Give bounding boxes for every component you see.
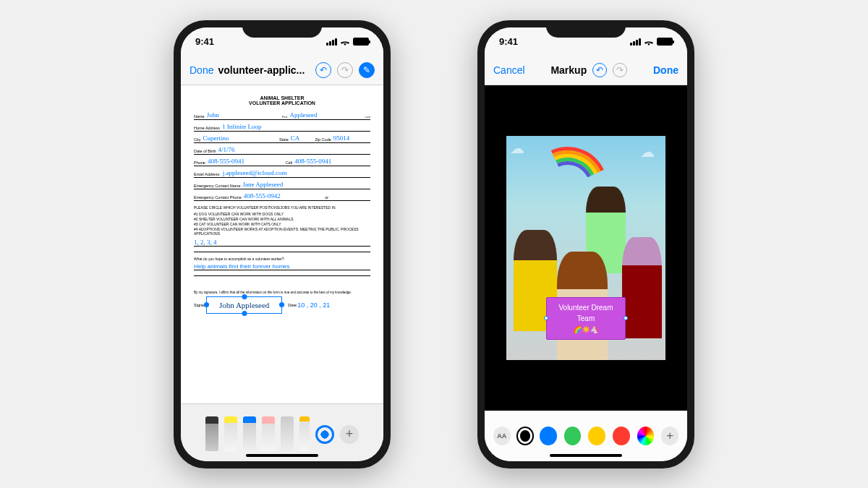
name-row: Name John First Appleseed Last [194,111,370,120]
opt4: #4 ADOPTIONS VOLUNTEER WORKS AT ADOPTION… [194,227,370,236]
document-title: volunteer-applic... [218,64,305,76]
add-button[interactable]: + [340,425,359,444]
status-icons [630,38,673,46]
cancel-button[interactable]: Cancel [493,64,525,76]
markup-mode-icon[interactable]: ✎ [359,62,375,78]
screen-photo-markup: 9:41 Cancel Markup ↶ ↷ Done [485,27,687,461]
phone-row: Phone 408-555-0941 Cell 408-555-0941 [194,158,370,166]
home-indicator[interactable] [246,454,318,457]
markup-title: Markup [550,64,587,76]
caption-line1: Volunteer Dream Team [557,302,615,324]
wifi-icon [340,38,350,46]
opt1: #1 DOG VOLUNTEER CAN WORK WITH DOGS ONLY [194,212,370,216]
done-button[interactable]: Done [653,64,678,76]
email-row: Email Address: j.appleseed@icloud.com [194,169,370,178]
choices-value: 1, 2, 3, 4 [194,239,370,247]
person [622,237,662,338]
text-annotation[interactable]: Volunteer Dream Team 🌈☀️🦄 [546,297,626,340]
emerg-phone-row: Emergency Contact Phone 408-555-0942 or [194,192,370,201]
city-row: City Cupertino State CA Zip Code 95014 [194,134,370,143]
caption-line2: 🌈☀️🦄 [557,324,615,335]
color-red[interactable] [613,427,630,445]
home-indicator[interactable] [550,454,622,457]
notch [242,20,322,38]
undo-icon[interactable]: ↶ [315,62,331,78]
signature-row: Signed John Appleseed Date: 10 , 20 , 21 [194,296,370,314]
phone-right: 9:41 Cancel Markup ↶ ↷ Done [477,20,694,468]
opt3: #3 CAT VOLUNTEER CAN WORK WITH CATS ONLY [194,222,370,226]
add-button[interactable]: + [661,427,678,445]
accomplish-a: Help animals find their forever homes [194,263,370,270]
affirm-text: By my signature, I affirm that all the i… [194,291,370,294]
pencil-tool[interactable] [243,416,256,451]
nav-bar: Cancel Markup ↶ ↷ Done [485,56,687,85]
opt2: #2 SHELTER VOLUNTEER CAN WORK WITH ALL A… [194,217,370,221]
signal-icon [630,38,641,46]
notch [546,20,626,38]
color-picker-button[interactable] [315,425,334,444]
signature: John Appleseed [219,301,269,309]
wifi-icon [644,38,654,46]
color-green[interactable] [564,427,582,445]
sig-date: 10 , 20 , 21 [297,301,330,309]
battery-icon [353,38,369,46]
redo-icon: ↷ [613,63,627,77]
pen-tool[interactable] [205,416,218,451]
signal-icon [326,38,337,46]
document-canvas[interactable]: ANIMAL SHELTER VOLUNTEER APPLICATION Nam… [181,85,383,403]
done-button[interactable]: Done [190,64,213,76]
color-black[interactable] [518,428,533,444]
photo-content: ☁ ☁ Volunteer Dream Team 🌈☀️🦄 [506,136,665,360]
battery-icon [657,38,673,46]
status-icons [326,38,369,46]
screen-document-markup: 9:41 Done volunteer-applic... ↶ ↷ ✎ ANIM… [181,27,383,461]
ruler-tool[interactable] [299,416,310,451]
phone-left: 9:41 Done volunteer-applic... ↶ ↷ ✎ ANIM… [174,20,391,468]
signature-selection[interactable]: John Appleseed [206,296,282,314]
undo-icon[interactable]: ↶ [592,63,607,77]
cloud-drawing: ☁ [510,140,524,157]
emerg-name-row: Emergency Contact Name Jane Appleseed [194,181,370,189]
status-time: 9:41 [195,36,214,47]
nav-bar: Done volunteer-applic... ↶ ↷ ✎ [181,56,383,85]
accomplish-q: What do you hope to accomplish as a volu… [194,257,370,261]
highlighter-tool[interactable] [224,416,237,451]
cloud-drawing: ☁ [640,143,655,160]
dob-row: Date of Birth 4/1/76 [194,146,370,155]
address-row: Home Address 1 Infinite Loop [194,123,370,132]
color-blue[interactable] [540,427,557,445]
lasso-tool[interactable] [281,416,294,451]
doc-header: ANIMAL SHELTER VOLUNTEER APPLICATION [194,95,370,106]
markup-toolbar: + [181,403,383,461]
eraser-tool[interactable] [262,416,275,451]
photo-canvas[interactable]: ☁ ☁ Volunteer Dream Team 🌈☀️🦄 [485,85,687,411]
color-picker-button[interactable] [637,427,655,445]
circle-instruction: PLEASE CIRCLE WHICH VOLUNTEER POSITIONS/… [194,205,370,210]
text-style-button[interactable]: AA [493,427,511,445]
redo-icon: ↷ [337,62,353,78]
color-yellow[interactable] [588,427,605,445]
status-time: 9:41 [499,36,518,47]
